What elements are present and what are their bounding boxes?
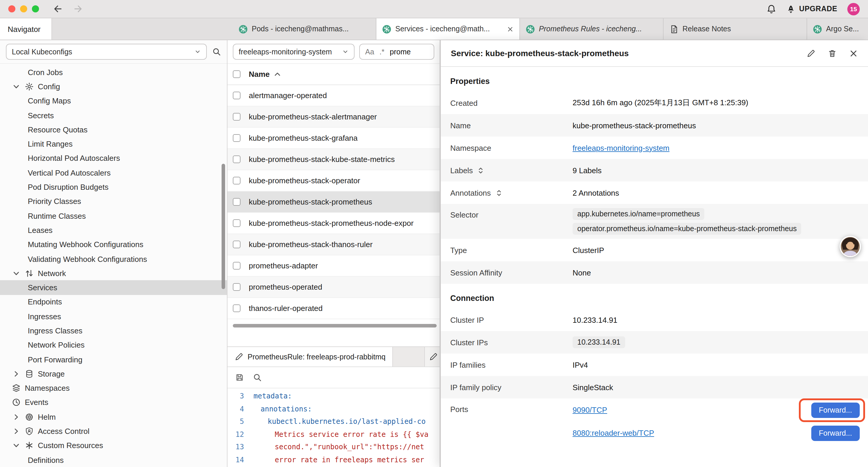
namespace-selector[interactable]: freeleaps-monitoring-system [233, 44, 354, 60]
table-row-prometheus-operated[interactable]: prometheus-operated [227, 276, 440, 298]
table-row-alertmanager-operated[interactable]: alertmanager-operated [227, 85, 440, 107]
upgrade-button[interactable]: UPGRADE [787, 4, 837, 13]
window-zoom-button[interactable] [32, 5, 39, 12]
sidebar-item-label: Limit Ranges [28, 140, 73, 148]
tab-pods-icecheng-mathmas[interactable]: Pods - icecheng@mathmas... [233, 18, 376, 39]
row-checkbox[interactable] [233, 283, 241, 291]
row-checkbox[interactable] [233, 92, 241, 99]
drawer-body: PropertiesCreated253d 16h 6m ago (2025年1… [441, 67, 868, 467]
resource-list-toolbar: freeleaps-monitoring-system Aa .* prome [227, 40, 440, 64]
row-checkbox[interactable] [233, 134, 241, 142]
sidebar-item-port-forwarding[interactable]: Port Forwarding [0, 352, 227, 367]
editor-tab-partial[interactable] [424, 347, 440, 367]
chevron-down-icon [194, 49, 201, 55]
back-arrow-icon[interactable] [53, 4, 63, 13]
search-icon[interactable] [253, 373, 262, 382]
sidebar-item-helm[interactable]: Helm [0, 410, 227, 424]
sidebar-item-resource-quotas[interactable]: Resource Quotas [0, 122, 227, 137]
tab-prometheus-rules-icecheng[interactable]: Prometheus Rules - icecheng... [520, 18, 663, 39]
forward-arrow-icon[interactable] [73, 4, 83, 13]
sidebar-item-config-maps[interactable]: Config Maps [0, 94, 227, 108]
sidebar-item-network[interactable]: Network [0, 266, 227, 281]
port-forward-button[interactable]: Forward... [811, 402, 860, 418]
sidebar-item-runtime-classes[interactable]: Runtime Classes [0, 209, 227, 223]
resource-search-input[interactable]: Aa .* prome [359, 44, 434, 60]
table-row-kube-prometheus-stack-grafana[interactable]: kube-prometheus-stack-grafana [227, 128, 440, 149]
tab-argo-se[interactable]: Argo Se... [807, 18, 868, 39]
tab-close-icon[interactable] [507, 26, 514, 32]
window-close-button[interactable] [8, 5, 16, 12]
sidebar-item-horizontal-pod-autoscalers[interactable]: Horizontal Pod Autoscalers [0, 151, 227, 166]
sidebar-item-priority-classes[interactable]: Priority Classes [0, 194, 227, 209]
delete-icon[interactable] [828, 49, 837, 58]
table-row-thanos-ruler-operated[interactable]: thanos-ruler-operated [227, 298, 440, 319]
row-checkbox[interactable] [233, 241, 241, 248]
table-row-prometheus-adapter[interactable]: prometheus-adapter [227, 255, 440, 276]
sidebar-item-mutating-webhook-configurations[interactable]: Mutating Webhook Configurations [0, 237, 227, 252]
table-row-kube-prometheus-stack-thanos-ruler[interactable]: kube-prometheus-stack-thanos-ruler [227, 234, 440, 255]
row-checkbox[interactable] [233, 113, 241, 121]
edit-icon[interactable] [807, 49, 815, 58]
tab-services-icecheng-math[interactable]: Services - icecheng@math... [376, 18, 520, 39]
table-row-kube-prometheus-stack-prometheus[interactable]: kube-prometheus-stack-prometheus [227, 192, 440, 213]
row-checkbox[interactable] [233, 155, 241, 163]
kubeconfig-selector[interactable]: Local Kubeconfigs [6, 44, 207, 60]
sidebar-item-vertical-pod-autoscalers[interactable]: Vertical Pod Autoscalers [0, 166, 227, 180]
sidebar-item-leases[interactable]: Leases [0, 223, 227, 238]
sidebar-item-namespaces[interactable]: Namespaces [0, 381, 227, 396]
sort-icon[interactable] [476, 166, 486, 175]
close-icon[interactable] [849, 49, 858, 58]
sidebar-item-network-policies[interactable]: Network Policies [0, 338, 227, 352]
sidebar-item-ingress-classes[interactable]: Ingress Classes [0, 324, 227, 338]
row-checkbox[interactable] [233, 304, 241, 312]
horizontal-scrollbar-thumb[interactable] [233, 324, 437, 327]
sidebar-item-access-control[interactable]: Access Control [0, 424, 227, 439]
port-forward-button[interactable]: Forward... [811, 425, 860, 441]
avatar[interactable] [840, 236, 861, 257]
sidebar-item-config[interactable]: Config [0, 80, 227, 94]
sidebar-item-cron-jobs[interactable]: Cron Jobs [0, 65, 227, 80]
save-icon[interactable] [235, 373, 244, 382]
name-column-header[interactable]: Name [249, 70, 282, 79]
sidebar-item-validating-webhook-configurations[interactable]: Validating Webhook Configurations [0, 252, 227, 266]
sidebar-item-ingresses[interactable]: Ingresses [0, 309, 227, 324]
sort-icon[interactable] [494, 188, 503, 197]
port-link[interactable]: 8080:reloader-web/TCP [572, 429, 654, 437]
sidebar-item-limit-ranges[interactable]: Limit Ranges [0, 137, 227, 151]
sidebar-item-events[interactable]: Events [0, 396, 227, 410]
row-checkbox[interactable] [233, 219, 241, 227]
horizontal-scrollbar[interactable] [227, 323, 440, 328]
namespace-selector-value: freeleaps-monitoring-system [239, 48, 332, 56]
table-row-kube-prometheus-stack-operator[interactable]: kube-prometheus-stack-operator [227, 170, 440, 192]
row-checkbox[interactable] [233, 262, 241, 269]
sidebar-item-custom-resources[interactable]: Custom Resources [0, 438, 227, 453]
editor-tab-prometheusrule[interactable]: PrometheusRule: freeleaps-prod-rabbitmq [227, 347, 393, 367]
sidebar-item-endpoints[interactable]: Endpoints [0, 295, 227, 310]
search-icon[interactable] [212, 47, 221, 56]
regex-toggle[interactable]: .* [380, 48, 385, 56]
table-row-kube-prometheus-stack-prometheus-node-expor[interactable]: kube-prometheus-stack-prometheus-node-ex… [227, 213, 440, 234]
match-case-toggle[interactable]: Aa [365, 48, 374, 56]
sidebar-item-services[interactable]: Services [0, 281, 227, 295]
sidebar-item-secrets[interactable]: Secrets [0, 108, 227, 123]
window-minimize-button[interactable] [20, 5, 27, 12]
sidebar-item-definitions[interactable]: Definitions [0, 453, 227, 467]
property-label: Name [450, 121, 572, 130]
select-all-checkbox[interactable] [233, 70, 241, 78]
sidebar-scrollbar-thumb[interactable] [222, 164, 225, 289]
sidebar-item-label: Mutating Webhook Configurations [28, 240, 143, 249]
port-link[interactable]: 9090/TCP [572, 406, 607, 414]
navigator-panel-tab[interactable]: Navigator [0, 18, 52, 39]
bell-icon[interactable] [767, 4, 777, 14]
tab-release-notes[interactable]: Release Notes [663, 18, 807, 39]
yaml-editor[interactable]: 3metadata:4annotations:5kubectl.kubernet… [227, 388, 440, 467]
sidebar-item-label: Ingress Classes [28, 326, 83, 335]
sidebar-item-pod-disruption-budgets[interactable]: Pod Disruption Budgets [0, 180, 227, 195]
row-checkbox[interactable] [233, 198, 241, 206]
namespace-link[interactable]: freeleaps-monitoring-system [572, 143, 670, 152]
row-checkbox[interactable] [233, 177, 241, 184]
table-row-kube-prometheus-stack-alertmanager[interactable]: kube-prometheus-stack-alertmanager [227, 107, 440, 128]
sidebar-item-storage[interactable]: Storage [0, 367, 227, 381]
table-row-kube-prometheus-stack-kube-state-metrics[interactable]: kube-prometheus-stack-kube-state-metrics [227, 149, 440, 170]
notification-badge[interactable]: 15 [847, 3, 860, 15]
